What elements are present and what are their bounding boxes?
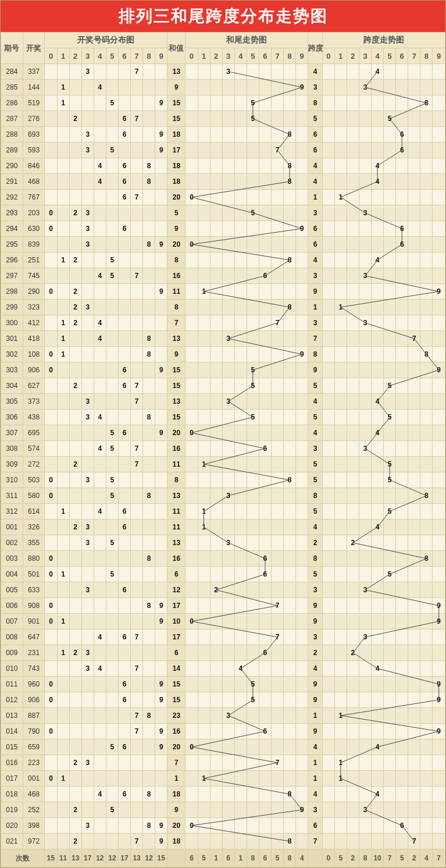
tail-cell (210, 331, 222, 347)
period-cell: 014 (1, 724, 23, 739)
span-trend-cell (322, 614, 334, 629)
sum-cell: 18 (167, 127, 185, 143)
dist-cell (143, 95, 155, 111)
tail-cell (271, 645, 283, 661)
tail-cell (222, 441, 234, 457)
tail-cell (271, 127, 283, 143)
tail-cell (185, 362, 198, 378)
span-trend-cell (384, 362, 396, 378)
tail-cell (210, 567, 222, 582)
span-trend-cell (359, 143, 371, 158)
draw-cell: 906 (23, 692, 45, 708)
span-trend-cell (420, 252, 433, 268)
dist-cell: 8 (143, 410, 155, 425)
dist-cell: 7 (131, 457, 143, 472)
span-trend-cell (420, 677, 433, 692)
span-trend-cell (396, 300, 408, 315)
tail-cell: 7 (271, 629, 283, 645)
dist-cell (143, 252, 155, 268)
span-trend-cell: 1 (334, 771, 347, 787)
span-cell: 6 (308, 221, 322, 237)
span-trend-cell (334, 692, 347, 708)
tail-cell (284, 535, 296, 551)
span-trend-cell (384, 441, 396, 457)
span-trend-cell (420, 174, 433, 190)
period-cell: 019 (1, 802, 23, 818)
span-trend-cell (322, 787, 334, 802)
tail-cell (247, 158, 259, 174)
dist-cell (106, 284, 118, 300)
dist-cell (131, 771, 143, 787)
span-trend-cell (347, 520, 359, 535)
span-trend-cell (359, 677, 371, 692)
digit-header: 8 (420, 48, 433, 64)
span-cell: 9 (308, 362, 322, 378)
dist-cell (69, 441, 81, 457)
span-trend-cell (372, 629, 384, 645)
span-trend-cell (372, 582, 384, 598)
span-trend-cell (347, 95, 359, 111)
draw-cell: 839 (23, 237, 45, 252)
tail-cell (185, 551, 198, 567)
tail-cell (234, 457, 247, 472)
count-cell: 5 (334, 849, 347, 867)
dist-cell (155, 252, 167, 268)
span-trend-cell (372, 708, 384, 724)
dist-cell (45, 143, 57, 158)
span-cell: 5 (308, 378, 322, 394)
tail-cell (247, 347, 259, 362)
span-trend-cell (347, 598, 359, 614)
span-cell: 3 (308, 629, 322, 645)
span-trend-cell (433, 300, 445, 315)
tail-cell (259, 64, 271, 80)
dist-cell: 3 (81, 205, 94, 221)
span-trend-cell (408, 127, 420, 143)
tail-cell (296, 692, 308, 708)
tail-cell (210, 755, 222, 771)
span-trend-cell (433, 237, 445, 252)
draw-cell: 272 (23, 457, 45, 472)
tail-cell (198, 95, 210, 111)
tail-cell: 8 (284, 472, 296, 488)
span-trend-cell (408, 582, 420, 598)
dist-cell: 0 (45, 614, 57, 629)
dist-cell (155, 221, 167, 237)
span-trend-cell (396, 614, 408, 629)
dist-cell (94, 237, 106, 252)
dist-cell: 6 (118, 677, 130, 692)
dist-cell: 5 (106, 425, 118, 441)
tail-cell (271, 802, 283, 818)
tail-cell (210, 598, 222, 614)
tail-cell (185, 205, 198, 221)
span-trend-cell (334, 143, 347, 158)
span-trend-cell (408, 739, 420, 755)
dist-cell (69, 771, 81, 787)
dist-cell: 8 (143, 158, 155, 174)
span-trend-cell (420, 111, 433, 127)
tail-cell (284, 95, 296, 111)
tail-cell (247, 190, 259, 205)
span-trend-cell: 3 (359, 441, 371, 457)
span-trend-cell (408, 221, 420, 237)
tail-cell (198, 221, 210, 237)
tail-cell (296, 582, 308, 598)
span-trend-cell (359, 64, 371, 80)
tail-cell (234, 362, 247, 378)
tail-cell (296, 190, 308, 205)
tail-cell (296, 205, 308, 221)
span-trend-cell: 8 (420, 347, 433, 362)
span-trend-cell (334, 95, 347, 111)
dist-cell (131, 252, 143, 268)
draw-cell: 276 (23, 111, 45, 127)
tail-cell (198, 567, 210, 582)
span-trend-cell: 7 (408, 331, 420, 347)
dist-cell: 3 (81, 520, 94, 535)
span-trend-cell (384, 174, 396, 190)
table-row: 00132623611144 (1, 520, 445, 535)
tail-cell (185, 661, 198, 677)
dist-cell: 4 (94, 268, 106, 284)
sum-cell: 9 (167, 802, 185, 818)
span-trend-cell (408, 472, 420, 488)
sum-cell: 11 (167, 504, 185, 520)
dist-cell (155, 567, 167, 582)
